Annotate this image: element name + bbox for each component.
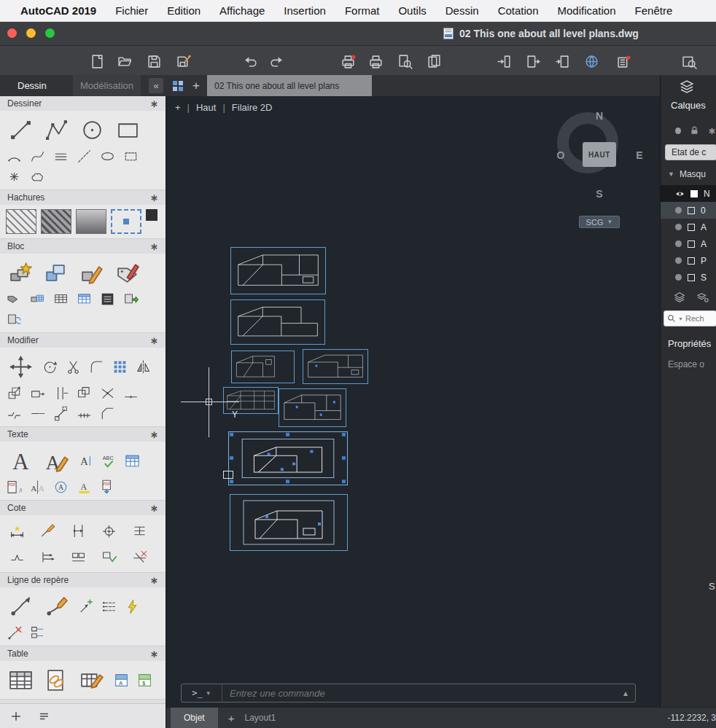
plan-viewport-1[interactable] — [230, 247, 326, 294]
plan-viewport-3[interactable] — [231, 351, 295, 383]
fillet-tool-icon[interactable] — [88, 359, 105, 375]
mirror-tool-icon[interactable] — [135, 359, 152, 375]
section-header-bloc[interactable]: Bloc ∗ — [0, 239, 166, 254]
save-as-button[interactable] — [172, 50, 194, 72]
wipeout-tool-icon[interactable] — [122, 148, 139, 165]
new-layout-button[interactable]: + — [228, 712, 235, 724]
visibility-dot-icon[interactable] — [675, 207, 682, 214]
tab-model-objet[interactable]: Objet — [171, 708, 218, 728]
visibility-eye-icon[interactable] — [675, 190, 685, 197]
layer-row[interactable]: 0 — [661, 202, 716, 219]
close-window-button[interactable] — [7, 28, 17, 38]
command-prompt[interactable]: >_ ▼ — [182, 684, 222, 702]
circle-tool-icon[interactable] — [77, 115, 106, 144]
attribute-manager-icon[interactable] — [52, 291, 69, 308]
layer-row[interactable]: A — [661, 219, 716, 235]
file-tabs-menu-icon[interactable] — [172, 80, 184, 92]
section-header-cote[interactable]: Cote ∗ — [0, 501, 166, 515]
menu-outils[interactable]: Outils — [398, 4, 426, 17]
mirror-text-tool-icon[interactable]: AA — [29, 479, 46, 496]
mtext-tool-icon[interactable]: A — [6, 446, 35, 475]
open-drawing-button[interactable] — [114, 50, 136, 72]
baseline-dimension-tool-icon[interactable] — [67, 520, 89, 541]
plan-viewport-6[interactable] — [279, 388, 346, 427]
plot-button[interactable] — [337, 50, 359, 72]
tab-dessin[interactable]: Dessin — [17, 75, 47, 96]
zoom-window-button[interactable] — [45, 28, 55, 38]
rectangle-tool-icon[interactable] — [113, 115, 142, 144]
layer-row[interactable]: P — [661, 252, 716, 269]
spline-tool-icon[interactable] — [29, 148, 46, 165]
layer-search-input[interactable] — [685, 314, 715, 323]
layer-row[interactable]: S — [661, 269, 716, 286]
layer-color-swatch[interactable] — [690, 190, 698, 197]
hatch-dense-tool-icon[interactable] — [41, 209, 71, 234]
layer-color-swatch[interactable] — [688, 207, 695, 214]
single-text-tool-icon[interactable]: A — [77, 453, 94, 469]
new-drawing-button[interactable] — [86, 50, 108, 72]
layer-row[interactable]: N — [661, 185, 716, 202]
viewcube-south[interactable]: S — [596, 188, 602, 200]
tab-modelisation[interactable]: Modélisation — [73, 75, 141, 96]
view-name-control[interactable]: Haut — [196, 102, 216, 113]
section-options-icon[interactable]: ∗ — [150, 98, 158, 109]
offset-tool-icon[interactable] — [52, 385, 69, 402]
text-annotation-circle-icon[interactable]: A — [52, 479, 69, 496]
menu-insertion[interactable]: Insertion — [284, 4, 326, 17]
plot-settings-button[interactable] — [365, 50, 386, 72]
minimize-window-button[interactable] — [26, 28, 36, 38]
sync-attributes-icon[interactable] — [6, 311, 23, 328]
align-leaders-tool-icon[interactable] — [101, 598, 117, 615]
dimension-edit-tool-icon[interactable] — [36, 520, 58, 541]
selection-grip-box[interactable] — [223, 471, 233, 479]
insert-block-tool-icon[interactable] — [6, 258, 35, 287]
menu-modification[interactable]: Modification — [558, 4, 616, 17]
section-options-icon[interactable]: ∗ — [150, 335, 158, 346]
rotate-tool-icon[interactable] — [42, 359, 58, 375]
attribute-tag-icon[interactable] — [6, 291, 23, 308]
gradient-tool-icon[interactable] — [76, 209, 106, 234]
copy-tool-icon[interactable] — [76, 385, 93, 402]
section-options-icon[interactable]: ∗ — [150, 241, 158, 252]
viewcube-west[interactable]: O — [557, 149, 565, 161]
visibility-dot-icon[interactable] — [675, 274, 682, 281]
spell-check-tool-icon[interactable]: ABC — [101, 453, 117, 469]
section-header-ligne-de-repere[interactable]: Ligne de repère ∗ — [0, 573, 166, 587]
section-header-hachures[interactable]: Hachures ∗ — [0, 190, 166, 205]
viewcube-east[interactable]: E — [636, 149, 642, 161]
ucs-selector[interactable]: SCG ▼ — [579, 216, 620, 228]
menu-fenetre[interactable]: Fenêtre — [635, 4, 673, 17]
section-options-icon[interactable]: ∗ — [150, 575, 158, 586]
align-tool-icon[interactable] — [52, 405, 69, 422]
linear-dimension-tool-icon[interactable] — [6, 520, 28, 541]
leader-style-flash-icon[interactable] — [124, 598, 141, 615]
publish-button[interactable] — [423, 50, 445, 72]
save-button[interactable] — [143, 50, 165, 72]
multiline-tool-icon[interactable] — [52, 148, 69, 165]
ellipse-tool-icon[interactable] — [99, 148, 116, 165]
command-input[interactable] — [222, 688, 622, 699]
menu-dessin[interactable]: Dessin — [445, 4, 479, 17]
break-tool-icon[interactable] — [6, 405, 23, 422]
chamfer-tool-icon[interactable] — [99, 405, 116, 422]
layer-properties-icon[interactable] — [697, 291, 709, 303]
etransmit-button[interactable] — [493, 50, 515, 72]
visual-style-control[interactable]: Filaire 2D — [232, 102, 273, 113]
boundary-tool-icon[interactable] — [111, 209, 141, 234]
edit-table-tool-icon[interactable] — [77, 665, 106, 694]
properties-space-selector[interactable]: Espace o — [661, 349, 716, 369]
viewcube-north[interactable]: N — [596, 110, 603, 122]
jogged-dimension-tool-icon[interactable] — [6, 546, 28, 568]
plan-viewport-2[interactable] — [230, 300, 325, 345]
edit-text-tool-icon[interactable]: A — [42, 446, 71, 475]
section-header-modifier[interactable]: Modifier ∗ — [0, 333, 166, 348]
plan-viewport-7-selected[interactable] — [228, 431, 348, 485]
create-block-tool-icon[interactable] — [42, 258, 71, 287]
menu-fichier[interactable]: Fichier — [115, 4, 148, 17]
dimension-break-tool-icon[interactable] — [128, 546, 150, 568]
stretch-tool-icon[interactable] — [29, 385, 46, 402]
section-header-texte[interactable]: Texte ∗ — [0, 427, 166, 442]
table-cell-text-icon[interactable]: A — [113, 672, 130, 689]
layer-group-header[interactable]: ▼ Masqu — [661, 160, 716, 185]
section-header-table[interactable]: Table ∗ — [0, 646, 166, 661]
